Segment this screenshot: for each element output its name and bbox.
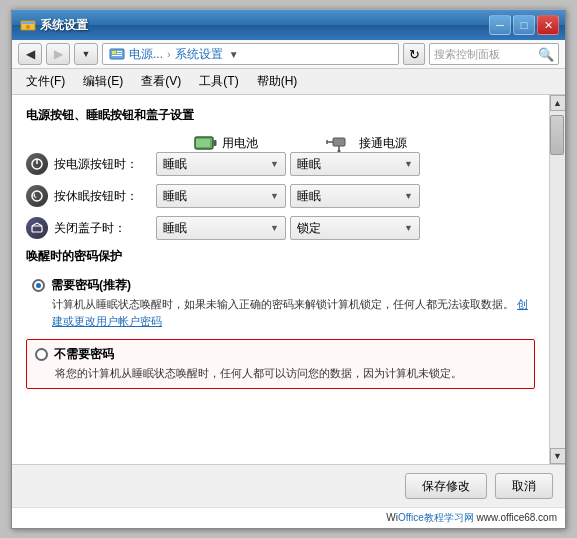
title-text: 系统设置 xyxy=(40,17,88,34)
breadcrumb-middle[interactable]: 系统设置 xyxy=(175,46,223,63)
close-lid-text: 关闭盖子时： xyxy=(54,220,126,237)
power-button-power-select[interactable]: 睡眠 ▼ xyxy=(290,152,420,176)
radio-group: 需要密码(推荐) 计算机从睡眠状态唤醒时，如果未输入正确的密码来解锁计算机锁定，… xyxy=(26,273,535,389)
close-button[interactable]: ✕ xyxy=(537,15,559,35)
content-area: 电源按钮、睡眠按钮和盖子设置 用电池 xyxy=(12,95,549,464)
menu-view[interactable]: 查看(V) xyxy=(135,71,187,92)
no-password-desc-text: 将您的计算机从睡眠状态唤醒时，任何人都可以访问您的数据，因为计算机未锁定。 xyxy=(55,367,462,379)
title-bar-buttons: ─ □ ✕ xyxy=(489,15,559,35)
lid-icon-svg xyxy=(30,221,44,235)
sleep-button-row: 按休眠按钮时： 睡眠 ▼ 睡眠 ▼ xyxy=(26,184,535,208)
select-arrow-icon2: ▼ xyxy=(404,159,413,169)
breadcrumb-sep1: › xyxy=(167,48,171,60)
power-adapter-icon xyxy=(325,134,355,152)
svg-rect-7 xyxy=(112,55,122,56)
svg-rect-4 xyxy=(112,51,116,54)
select-arrow-icon4: ▼ xyxy=(404,191,413,201)
select-arrow-icon3: ▼ xyxy=(270,191,279,201)
menu-bar: 文件(F) 编辑(E) 查看(V) 工具(T) 帮助(H) xyxy=(12,69,565,95)
close-lid-row: 关闭盖子时： 睡眠 ▼ 锁定 ▼ xyxy=(26,216,535,240)
close-lid-battery-select[interactable]: 睡眠 ▼ xyxy=(156,216,286,240)
power-table-header: 用电池 接通电源 xyxy=(156,134,535,152)
lid-power-value: 锁定 xyxy=(297,220,321,237)
forward-button[interactable]: ▶ xyxy=(46,43,70,65)
power-button-icon xyxy=(26,153,48,175)
sleep-button-label: 按休眠按钮时： xyxy=(26,185,156,207)
refresh-button[interactable]: ↻ xyxy=(403,43,425,65)
svg-rect-11 xyxy=(333,138,345,146)
battery-header-label: 用电池 xyxy=(222,135,258,152)
sleep-button-power-select[interactable]: 睡眠 ▼ xyxy=(290,184,420,208)
no-password-label-row: 不需要密码 xyxy=(35,346,526,363)
recent-button[interactable]: ▼ xyxy=(74,43,98,65)
breadcrumb-icon xyxy=(109,46,125,62)
search-placeholder: 搜索控制面板 xyxy=(434,47,538,62)
menu-help[interactable]: 帮助(H) xyxy=(251,71,304,92)
battery-icon xyxy=(194,134,218,152)
close-lid-label: 关闭盖子时： xyxy=(26,217,156,239)
close-lid-selects: 睡眠 ▼ 锁定 ▼ xyxy=(156,216,420,240)
power-button-selects: 睡眠 ▼ 睡眠 ▼ xyxy=(156,152,420,176)
window-icon xyxy=(20,17,36,33)
maximize-button[interactable]: □ xyxy=(513,15,535,35)
no-password-option: 不需要密码 将您的计算机从睡眠状态唤醒时，任何人都可以访问您的数据，因为计算机未… xyxy=(26,339,535,389)
svg-rect-1 xyxy=(22,22,34,24)
lid-battery-value: 睡眠 xyxy=(163,220,187,237)
svg-rect-10 xyxy=(214,140,217,146)
menu-tools[interactable]: 工具(T) xyxy=(193,71,244,92)
toolbar-area: ◀ ▶ ▼ 电源... › 系统设置 ▼ ↻ 搜索控制面板 🔍 xyxy=(12,40,565,69)
power-icon-svg xyxy=(30,157,44,171)
minimize-button[interactable]: ─ xyxy=(489,15,511,35)
section-title: 电源按钮、睡眠按钮和盖子设置 xyxy=(26,107,535,124)
power-button-battery-select[interactable]: 睡眠 ▼ xyxy=(156,152,286,176)
menu-file[interactable]: 文件(F) xyxy=(20,71,71,92)
title-bar: 系统设置 ─ □ ✕ xyxy=(12,10,565,40)
scroll-track[interactable] xyxy=(550,111,565,448)
sleep-button-battery-select[interactable]: 睡眠 ▼ xyxy=(156,184,286,208)
power-button-label: 按电源按钮时： xyxy=(26,153,156,175)
power-column-header: 接通电源 xyxy=(296,134,436,152)
select-arrow-icon6: ▼ xyxy=(404,223,413,233)
menu-edit[interactable]: 编辑(E) xyxy=(77,71,129,92)
battery-column-header: 用电池 xyxy=(156,134,296,152)
power-battery-value: 睡眠 xyxy=(163,156,187,173)
power-power-value: 睡眠 xyxy=(297,156,321,173)
power-button-text: 按电源按钮时： xyxy=(54,156,138,173)
search-icon[interactable]: 🔍 xyxy=(538,47,554,62)
power-header-label: 接通电源 xyxy=(359,135,407,152)
require-password-label-row: 需要密码(推荐) xyxy=(32,277,529,294)
scrollbar: ▲ ▼ xyxy=(549,95,565,464)
watermark-suffix: www.office68.com xyxy=(477,512,557,523)
select-arrow-icon: ▼ xyxy=(270,159,279,169)
sleep-button-text: 按休眠按钮时： xyxy=(54,188,138,205)
watermark-prefix: Wi xyxy=(386,512,398,523)
main-window: 系统设置 ─ □ ✕ ◀ ▶ ▼ 电源... › 系统设置 ▼ ↻ 搜索控 xyxy=(11,9,566,529)
scroll-up-button[interactable]: ▲ xyxy=(550,95,566,111)
scroll-down-button[interactable]: ▼ xyxy=(550,448,566,464)
main-content: 电源按钮、睡眠按钮和盖子设置 用电池 xyxy=(12,95,565,464)
no-password-radio[interactable] xyxy=(35,348,48,361)
sleep-button-selects: 睡眠 ▼ 睡眠 ▼ xyxy=(156,184,420,208)
sleep-button-icon xyxy=(26,185,48,207)
require-password-radio[interactable] xyxy=(32,279,45,292)
require-password-label[interactable]: 需要密码(推荐) xyxy=(51,277,131,294)
require-password-option: 需要密码(推荐) 计算机从睡眠状态唤醒时，如果未输入正确的密码来解锁计算机锁定，… xyxy=(26,273,535,333)
scroll-thumb[interactable] xyxy=(550,115,564,155)
back-button[interactable]: ◀ xyxy=(18,43,42,65)
bottom-bar: 保存修改 取消 xyxy=(12,464,565,507)
search-box[interactable]: 搜索控制面板 🔍 xyxy=(429,43,559,65)
watermark-brand: Office教程学习网 xyxy=(398,512,474,523)
save-button[interactable]: 保存修改 xyxy=(405,473,487,499)
select-arrow-icon5: ▼ xyxy=(270,223,279,233)
svg-rect-19 xyxy=(32,226,42,232)
breadcrumb-dropdown-icon[interactable]: ▼ xyxy=(229,49,239,60)
sleep-icon-svg xyxy=(30,189,44,203)
watermark-bar: WiOffice教程学习网 www.office68.com xyxy=(12,507,565,528)
require-password-desc-text: 计算机从睡眠状态唤醒时，如果未输入正确的密码来解锁计算机锁定，任何人都无法读取数… xyxy=(52,298,514,310)
close-lid-icon xyxy=(26,217,48,239)
sleep-battery-value: 睡眠 xyxy=(163,188,187,205)
cancel-button[interactable]: 取消 xyxy=(495,473,553,499)
no-password-label[interactable]: 不需要密码 xyxy=(54,346,114,363)
no-password-desc: 将您的计算机从睡眠状态唤醒时，任何人都可以访问您的数据，因为计算机未锁定。 xyxy=(55,365,526,382)
close-lid-power-select[interactable]: 锁定 ▼ xyxy=(290,216,420,240)
